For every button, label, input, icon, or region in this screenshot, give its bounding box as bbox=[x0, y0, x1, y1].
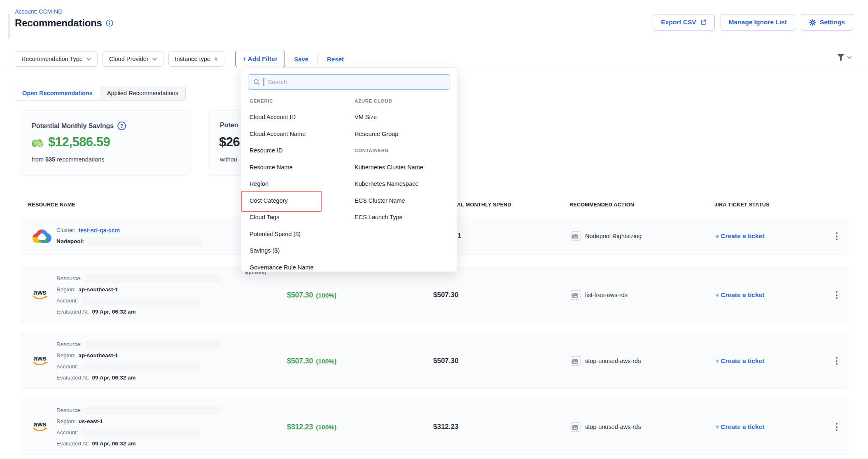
row-menu-button[interactable] bbox=[833, 421, 840, 433]
create-ticket-button[interactable]: + Create a ticket bbox=[715, 232, 764, 240]
dropdown-item-savings[interactable]: Savings ($) bbox=[241, 242, 346, 259]
funnel-icon bbox=[837, 54, 845, 61]
dropdown-item-cloud-tags[interactable]: Cloud Tags bbox=[241, 209, 346, 226]
chip-label: Instance type bbox=[175, 56, 210, 62]
col-recommended-action: RECOMMENDED ACTION bbox=[569, 202, 634, 208]
add-filter-dropdown: GENERIC Cloud Account IDCloud Account Na… bbox=[241, 67, 457, 272]
table-row: aws Resource: Region:us-east-1 Account: … bbox=[20, 399, 848, 455]
info-icon[interactable] bbox=[106, 19, 113, 27]
dropdown-item-resource-name[interactable]: Resource Name bbox=[241, 159, 346, 176]
redacted-value bbox=[85, 340, 221, 349]
dropdown-item-vm-size[interactable]: VM Size bbox=[346, 109, 454, 126]
recommendations-page: Account: CCM-NG Recommendations Export C… bbox=[0, 0, 868, 459]
dropdown-item-resource-id[interactable]: Resource ID bbox=[241, 142, 346, 159]
dropdown-item-kubernetes-cluster-name[interactable]: Kubernetes Cluster Name bbox=[346, 159, 454, 176]
manage-ignore-list-label: Manage Ignore List bbox=[729, 19, 787, 26]
chevron-down-icon bbox=[152, 58, 157, 61]
dropdown-item-resource-group[interactable]: Resource Group bbox=[346, 126, 454, 143]
chevron-down-icon bbox=[847, 56, 852, 59]
text-cursor bbox=[264, 78, 264, 86]
dropdown-item-cloud-account-name[interactable]: Cloud Account Name bbox=[241, 126, 346, 143]
savings-card-title: Potential Monthly Savings bbox=[32, 122, 114, 130]
containers-items: Kubernetes Cluster NameKubernetes Namesp… bbox=[346, 159, 454, 226]
savings-amount: $12,586.59 bbox=[48, 135, 110, 150]
dropdown-search-box[interactable] bbox=[248, 74, 450, 90]
recommendations-tabs: Open Recommendations Applied Recommendat… bbox=[15, 86, 186, 101]
account-breadcrumb-link[interactable]: Account: CCM-NG bbox=[15, 8, 63, 15]
tab-applied-recommendations[interactable]: Applied Recommendations bbox=[100, 86, 185, 100]
section-heading: CONTAINERS bbox=[346, 142, 454, 159]
recommended-action: list-free-aws-rds bbox=[571, 290, 628, 300]
table-row: aws Resource: Region:ap-southeast-1 Acco… bbox=[20, 333, 848, 389]
dropdown-column-generic: GENERIC Cloud Account IDCloud Account Na… bbox=[241, 93, 346, 276]
dropdown-column-cloud: AZURE CLOUD VM SizeResource Group CONTAI… bbox=[346, 93, 454, 226]
col-jira-ticket-status: JIRA TICKET STATUS bbox=[714, 202, 770, 208]
broken-image-icon bbox=[571, 422, 581, 432]
table-row: lightwing aws Resource: Region:ap-southe… bbox=[20, 267, 848, 323]
create-ticket-button[interactable]: + Create a ticket bbox=[715, 357, 764, 365]
dropdown-item-region[interactable]: Region bbox=[241, 176, 346, 192]
monthly-spend-value: $507.30 bbox=[433, 291, 458, 299]
left-edge-decoration bbox=[8, 14, 10, 39]
spend-subtitle-partial: withou bbox=[220, 156, 237, 163]
create-ticket-button[interactable]: + Create a ticket bbox=[715, 291, 764, 299]
recommended-action-label: stop-unused-aws-rds bbox=[585, 424, 641, 430]
export-csv-button[interactable]: Export CSV bbox=[653, 14, 714, 30]
monthly-savings-value: $507.30(100%) bbox=[287, 291, 336, 300]
aws-logo-icon: aws bbox=[33, 290, 47, 300]
filter-chip-recommendation-type[interactable]: Recommendation Type bbox=[15, 51, 98, 67]
spend-card-title-partial: Poten bbox=[220, 122, 238, 129]
filter-chip-cloud-provider[interactable]: Cloud Provider bbox=[103, 51, 163, 67]
close-icon[interactable]: × bbox=[214, 56, 218, 63]
recommended-action-label: list-free-aws-rds bbox=[585, 292, 628, 298]
row-menu-button[interactable] bbox=[833, 289, 840, 302]
monthly-savings-value: $507.30(100%) bbox=[287, 357, 336, 365]
create-ticket-button[interactable]: + Create a ticket bbox=[715, 423, 764, 431]
col-resource-name: RESOURCE NAME bbox=[28, 202, 75, 208]
redacted-value bbox=[87, 237, 202, 246]
dropdown-item-ecs-launch-type[interactable]: ECS Launch Type bbox=[346, 209, 454, 226]
cluster-name-link[interactable]: test-sri-qa-ccm bbox=[79, 227, 120, 234]
broken-image-icon bbox=[571, 231, 581, 241]
add-filter-button[interactable]: + Add Filter bbox=[235, 51, 285, 67]
page-title: Recommendations bbox=[15, 17, 102, 29]
recommended-action: stop-unused-aws-rds bbox=[571, 422, 641, 432]
help-icon[interactable]: ? bbox=[117, 122, 126, 130]
dropdown-item-cloud-account-id[interactable]: Cloud Account ID bbox=[241, 109, 346, 126]
aws-logo-icon: aws bbox=[33, 356, 47, 366]
header-actions: Export CSV Manage Ignore List bbox=[653, 14, 853, 30]
settings-label: Settings bbox=[820, 19, 845, 26]
chip-label: Cloud Provider bbox=[109, 56, 149, 62]
search-input[interactable] bbox=[268, 79, 445, 85]
chip-label: Recommendation Type bbox=[21, 56, 83, 62]
aws-logo-icon: aws bbox=[33, 422, 47, 432]
reset-filter-button[interactable]: Reset bbox=[323, 56, 348, 63]
recommended-action: Nodepool Rightsizing bbox=[571, 231, 642, 241]
dropdown-item-governance-rule-name[interactable]: Governance Rule Name bbox=[241, 259, 346, 276]
monthly-spend-value: $312.23 bbox=[433, 423, 458, 431]
settings-button[interactable]: Settings bbox=[801, 14, 853, 30]
nodepool-line: Nodepool: bbox=[56, 237, 202, 246]
dropdown-item-cost-category[interactable]: Cost Category bbox=[241, 192, 346, 209]
section-heading: AZURE CLOUD bbox=[346, 93, 454, 109]
filter-chip-instance-type[interactable]: Instance type × bbox=[168, 51, 224, 67]
monthly-spend-value-partial: 1 bbox=[457, 232, 461, 240]
dropdown-item-ecs-cluster-name[interactable]: ECS Cluster Name bbox=[346, 192, 454, 209]
filter-funnel-button[interactable] bbox=[837, 54, 852, 61]
monthly-spend-value: $507.30 bbox=[433, 357, 458, 365]
row-menu-button[interactable] bbox=[833, 230, 840, 243]
row-menu-button[interactable] bbox=[833, 355, 840, 368]
save-filter-button[interactable]: Save bbox=[290, 56, 313, 63]
recommended-action-label: stop-unused-aws-rds bbox=[585, 358, 641, 364]
redacted-value bbox=[81, 297, 201, 305]
azure-items: VM SizeResource Group bbox=[346, 109, 454, 142]
manage-ignore-list-button[interactable]: Manage Ignore List bbox=[721, 14, 795, 30]
dropdown-item-potential-spend[interactable]: Potential Spend ($) bbox=[241, 226, 346, 243]
dropdown-item-kubernetes-namespace[interactable]: Kubernetes Namespace bbox=[346, 176, 454, 192]
tab-open-recommendations[interactable]: Open Recommendations bbox=[15, 86, 100, 100]
recommended-action-label: Nodepool Rightsizing bbox=[585, 233, 642, 239]
redacted-value bbox=[81, 363, 201, 371]
search-icon bbox=[253, 79, 260, 85]
redacted-value bbox=[85, 406, 221, 415]
savings-subtitle: from 535 recommendations bbox=[32, 156, 105, 163]
